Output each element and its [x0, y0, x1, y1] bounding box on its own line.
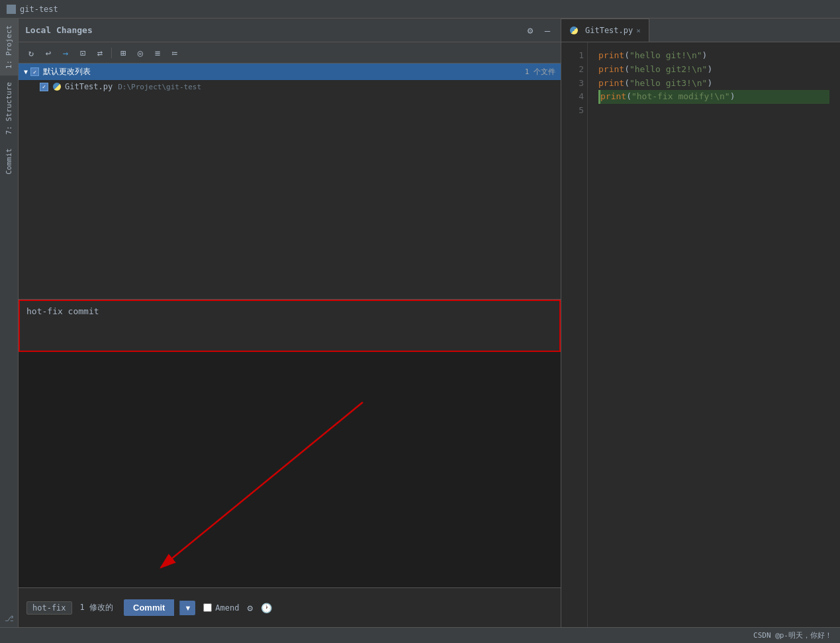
toolbar: ↻ ↩ → ⊡ ⇄ ⊞ ◎ ≡ ≔ — [19, 42, 561, 64]
code-line-3: print("hello git3!\n") — [598, 77, 829, 91]
minimize-icon-btn[interactable]: — — [541, 24, 554, 37]
view-btn[interactable]: ◎ — [133, 46, 148, 60]
editor-content: 1 2 3 4 5 print("hello git!\n") print("h… — [561, 42, 840, 627]
branch-badge: hot-fix — [26, 601, 72, 615]
left-panel: Local Changes ⚙ — ↻ ↩ → ⊡ ⇄ ⊞ ◎ ≡ ≔ ▼ ✓ — [19, 19, 561, 627]
line-number-4: 4 — [565, 90, 584, 104]
settings-icon-btn[interactable]: ⚙ — [524, 24, 537, 37]
toolbar-sep-1 — [111, 48, 112, 58]
red-arrow-annotation — [19, 389, 561, 587]
line-number-5: 5 — [565, 104, 584, 118]
amend-label: Amend — [215, 603, 239, 613]
group-count: 1 个文件 — [525, 67, 555, 77]
sort-btn[interactable]: ≡ — [150, 46, 165, 60]
sidebar-git-icon[interactable]: ⎇ — [4, 613, 15, 624]
sidebar-tab-project[interactable]: 1: Project — [0, 19, 18, 75]
bottom-bar: hot-fix 1 修改的 Commit ▼ Amend ⚙ 🕐 — [19, 587, 561, 627]
commit-button[interactable]: Commit — [124, 599, 174, 616]
svg-line-1 — [161, 402, 363, 568]
code-line-1: print("hello git!\n") — [598, 49, 829, 63]
commit-button-area: Commit ▼ — [124, 599, 195, 616]
file-checkbox[interactable]: ✓ — [40, 83, 48, 91]
status-footer-text: CSDN @p-明天，你好！ — [753, 630, 832, 640]
tab-close-btn[interactable]: × — [636, 26, 641, 35]
group-arrow-icon: ▼ — [24, 68, 28, 75]
status-footer: CSDN @p-明天，你好！ — [0, 627, 840, 643]
project-folder-icon — [7, 5, 16, 14]
refresh-btn[interactable]: ↻ — [24, 46, 38, 60]
line-number-1: 1 — [565, 49, 584, 63]
header-actions: ⚙ — — [524, 24, 554, 37]
rollback-btn[interactable]: ↩ — [41, 46, 56, 60]
panel-header: Local Changes ⚙ — — [19, 19, 561, 42]
commit-message-area: hot-fix commit — [19, 299, 561, 352]
file-path: D:\Project\git-test — [118, 83, 201, 91]
main-layout: 1: Project 7: Structure Commit ⎇ Local C… — [0, 19, 840, 627]
sidebar-tab-structure-label: 7: Structure — [5, 82, 13, 134]
tree-file-item[interactable]: ✓ GitTest.py D:\Project\git-test — [19, 80, 561, 93]
amend-checkbox-input[interactable] — [203, 603, 212, 612]
bottom-history-icon[interactable]: 🕐 — [261, 603, 272, 613]
file-name: GitTest.py — [65, 82, 113, 91]
code-area[interactable]: print("hello git!\n") print("hello git2!… — [588, 42, 840, 627]
line-number-3: 3 — [565, 77, 584, 91]
filter-btn[interactable]: ≔ — [167, 46, 182, 60]
editor-tab-gittest[interactable]: GitTest.py × — [561, 19, 649, 42]
amend-checkbox-label: Amend — [203, 603, 239, 613]
tree-group-default-changelist[interactable]: ▼ ✓ 默认更改列表 1 个文件 — [19, 64, 561, 80]
group-checkbox[interactable]: ✓ — [30, 67, 39, 76]
commit-message-input[interactable]: hot-fix commit — [19, 300, 561, 352]
line-numbers: 1 2 3 4 5 — [561, 42, 588, 627]
group-label: 默认更改列表 — [43, 66, 525, 77]
title-bar: git-test — [0, 0, 840, 19]
group-btn[interactable]: ⊞ — [116, 46, 130, 60]
python-file-icon — [52, 82, 62, 91]
code-line-5 — [598, 104, 829, 118]
jump-source-btn[interactable]: → — [58, 46, 73, 60]
changes-count: 1 修改的 — [80, 602, 113, 613]
bottom-settings-icon[interactable]: ⚙ — [247, 603, 252, 613]
commit-dropdown-button[interactable]: ▼ — [179, 601, 195, 615]
commit-description-area[interactable] — [19, 352, 561, 587]
line-number-2: 2 — [565, 63, 584, 77]
expand-all-btn[interactable]: ⊡ — [75, 46, 90, 60]
left-sidebar: 1: Project 7: Structure Commit ⎇ — [0, 19, 19, 627]
editor-tabs: GitTest.py × — [561, 19, 840, 42]
code-line-2: print("hello git2!\n") — [598, 63, 829, 77]
right-panel: GitTest.py × 1 2 3 4 5 print("hello git!… — [561, 19, 840, 627]
move-btn[interactable]: ⇄ — [93, 46, 107, 60]
sidebar-bottom-icons: ⎇ — [0, 610, 18, 627]
file-tree-area: ▼ ✓ 默认更改列表 1 个文件 ✓ GitTest.py D:\Project… — [19, 64, 561, 299]
sidebar-tab-structure[interactable]: 7: Structure — [0, 75, 18, 141]
panel-title: Local Changes — [25, 25, 93, 35]
sidebar-tab-project-label: 1: Project — [5, 25, 13, 69]
tab-python-icon — [569, 26, 579, 35]
tab-filename: GitTest.py — [585, 26, 633, 35]
project-title: git-test — [20, 5, 58, 14]
sidebar-tab-commit[interactable]: Commit — [0, 142, 18, 181]
code-line-4: print("hot-fix modify!\n") — [598, 90, 829, 104]
sidebar-tab-commit-label: Commit — [5, 148, 13, 175]
